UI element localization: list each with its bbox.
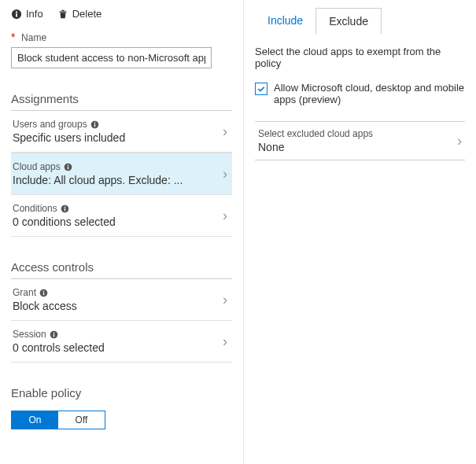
exclude-instruction: Select the cloud apps to exempt from the… (255, 46, 465, 69)
info-icon (64, 163, 72, 171)
chevron-right-icon: › (223, 123, 227, 140)
name-field: * Name (11, 31, 232, 68)
info-button[interactable]: Info (11, 8, 43, 20)
svg-point-9 (67, 164, 68, 166)
required-asterisk: * (11, 31, 15, 43)
svg-rect-7 (94, 123, 95, 126)
toggle-on[interactable]: On (12, 411, 58, 429)
svg-rect-3 (59, 11, 66, 12)
svg-point-12 (64, 206, 65, 208)
cloud-title: Cloud apps (13, 161, 61, 172)
access-controls-header: Access controls (11, 260, 232, 279)
assignments-header: Assignments (11, 92, 232, 111)
toggle-off[interactable]: Off (58, 411, 105, 429)
svg-point-15 (43, 290, 45, 292)
excluded-value: None (258, 141, 373, 153)
svg-point-1 (16, 11, 17, 13)
svg-point-6 (94, 122, 95, 123)
chevron-right-icon: › (223, 292, 227, 308)
tab-include[interactable]: Include (255, 8, 315, 35)
chevron-right-icon: › (457, 133, 462, 149)
info-icon (50, 330, 58, 339)
excluded-title: Select excluded cloud apps (258, 128, 373, 139)
access-session-row[interactable]: Session 0 controls selected › (11, 321, 232, 363)
users-title: Users and groups (13, 119, 87, 130)
assignments-conditions-row[interactable]: Conditions 0 conditions selected › (11, 195, 232, 237)
conditions-value: 0 conditions selected (13, 215, 223, 228)
name-label: Name (21, 32, 46, 43)
allow-microsoft-label: Allow Microsoft cloud, desktop and mobil… (274, 82, 465, 105)
users-value: Specific users included (13, 131, 223, 144)
assignments-users-row[interactable]: Users and groups Specific users included… (11, 111, 232, 153)
name-input[interactable] (11, 47, 212, 68)
svg-rect-2 (16, 13, 17, 17)
delete-label: Delete (72, 8, 102, 20)
info-icon (61, 204, 69, 213)
trash-icon (57, 9, 68, 20)
svg-rect-10 (68, 166, 68, 168)
enable-policy-header: Enable policy (11, 386, 232, 404)
info-icon (39, 289, 48, 297)
info-label: Info (26, 8, 43, 20)
enable-policy-toggle[interactable]: On Off (11, 411, 105, 429)
excluded-apps-row[interactable]: Select excluded cloud apps None › (255, 121, 465, 160)
session-value: 0 controls selected (13, 341, 223, 354)
svg-rect-19 (54, 333, 54, 336)
assignments-cloud-row[interactable]: Cloud apps Include: All cloud apps. Excl… (11, 153, 232, 195)
allow-microsoft-checkbox[interactable] (255, 83, 268, 95)
svg-point-18 (53, 332, 54, 333)
grant-value: Block access (13, 300, 223, 312)
grant-title: Grant (13, 287, 36, 298)
access-grant-row[interactable]: Grant Block access › (11, 279, 232, 321)
info-circle-icon (11, 9, 22, 20)
chevron-right-icon: › (223, 208, 227, 224)
delete-button[interactable]: Delete (57, 8, 102, 20)
chevron-right-icon: › (223, 166, 227, 182)
svg-rect-4 (61, 9, 65, 10)
tab-exclude[interactable]: Exclude (315, 8, 382, 35)
chevron-right-icon: › (223, 333, 227, 350)
conditions-title: Conditions (13, 203, 57, 214)
cloud-value: Include: All cloud apps. Exclude: ... (13, 174, 223, 186)
session-title: Session (13, 329, 46, 340)
checkmark-icon (256, 84, 266, 94)
svg-rect-13 (65, 208, 65, 210)
info-icon (90, 120, 99, 129)
svg-rect-16 (43, 292, 44, 294)
